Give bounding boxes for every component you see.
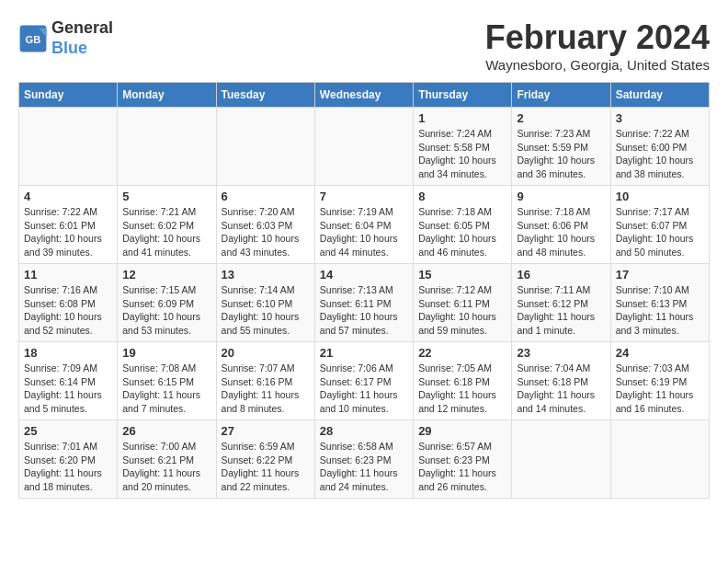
- svg-text:GB: GB: [26, 33, 41, 44]
- calendar-cell: 15Sunrise: 7:12 AMSunset: 6:11 PMDayligh…: [414, 264, 512, 342]
- col-thursday: Thursday: [414, 83, 512, 108]
- calendar-table: Sunday Monday Tuesday Wednesday Thursday…: [18, 82, 710, 499]
- calendar-cell: 16Sunrise: 7:11 AMSunset: 6:12 PMDayligh…: [512, 264, 610, 342]
- day-number: 21: [320, 346, 408, 360]
- day-number: 11: [24, 268, 112, 282]
- day-number: 28: [320, 424, 408, 438]
- calendar-cell: [118, 108, 216, 186]
- page-title: February 2024: [485, 18, 710, 57]
- calendar-cell: 25Sunrise: 7:01 AMSunset: 6:20 PMDayligh…: [19, 420, 118, 499]
- col-saturday: Saturday: [610, 83, 709, 108]
- calendar-cell: 1Sunrise: 7:24 AMSunset: 5:58 PMDaylight…: [414, 108, 512, 186]
- day-info: Sunrise: 7:12 AMSunset: 6:11 PMDaylight:…: [418, 283, 506, 338]
- calendar-cell: 21Sunrise: 7:06 AMSunset: 6:17 PMDayligh…: [314, 342, 413, 420]
- logo-icon: GB: [18, 24, 48, 53]
- day-info: Sunrise: 7:17 AMSunset: 6:07 PMDaylight:…: [616, 205, 704, 259]
- calendar-cell: 11Sunrise: 7:16 AMSunset: 6:08 PMDayligh…: [19, 264, 118, 342]
- calendar-cell: 2Sunrise: 7:23 AMSunset: 5:59 PMDaylight…: [512, 108, 610, 186]
- calendar-cell: 4Sunrise: 7:22 AMSunset: 6:01 PMDaylight…: [19, 186, 118, 264]
- calendar-cell: 19Sunrise: 7:08 AMSunset: 6:15 PMDayligh…: [118, 342, 216, 420]
- calendar-cell: [216, 108, 314, 186]
- calendar-cell: 7Sunrise: 7:19 AMSunset: 6:04 PMDaylight…: [314, 186, 413, 264]
- day-number: 22: [418, 346, 506, 360]
- col-monday: Monday: [118, 83, 216, 108]
- col-sunday: Sunday: [19, 83, 118, 108]
- day-number: 13: [222, 268, 310, 282]
- calendar-cell: 18Sunrise: 7:09 AMSunset: 6:14 PMDayligh…: [19, 342, 118, 420]
- calendar-cell: 17Sunrise: 7:10 AMSunset: 6:13 PMDayligh…: [610, 264, 709, 342]
- calendar-cell: 9Sunrise: 7:18 AMSunset: 6:06 PMDaylight…: [512, 186, 610, 264]
- logo: GB GeneralBlue: [18, 18, 113, 58]
- calendar-cell: [512, 420, 610, 499]
- day-number: 14: [320, 268, 408, 282]
- day-info: Sunrise: 7:03 AMSunset: 6:19 PMDaylight:…: [616, 362, 704, 416]
- day-number: 18: [24, 346, 112, 360]
- day-number: 7: [320, 190, 408, 203]
- day-number: 17: [616, 268, 704, 282]
- title-section: February 2024 Waynesboro, Georgia, Unite…: [485, 18, 710, 73]
- calendar-cell: 8Sunrise: 7:18 AMSunset: 6:05 PMDaylight…: [414, 186, 512, 264]
- day-info: Sunrise: 7:05 AMSunset: 6:18 PMDaylight:…: [418, 362, 506, 416]
- day-number: 10: [616, 190, 704, 203]
- calendar-week-1: 1Sunrise: 7:24 AMSunset: 5:58 PMDaylight…: [19, 108, 710, 186]
- day-info: Sunrise: 7:22 AMSunset: 6:01 PMDaylight:…: [24, 205, 112, 259]
- day-number: 8: [418, 190, 506, 203]
- calendar-cell: 28Sunrise: 6:58 AMSunset: 6:23 PMDayligh…: [314, 420, 413, 499]
- day-number: 24: [616, 346, 704, 360]
- calendar-cell: 23Sunrise: 7:04 AMSunset: 6:18 PMDayligh…: [512, 342, 610, 420]
- day-number: 16: [517, 268, 605, 282]
- calendar-cell: 29Sunrise: 6:57 AMSunset: 6:23 PMDayligh…: [414, 420, 512, 499]
- day-number: 1: [418, 111, 506, 125]
- day-number: 3: [616, 111, 704, 125]
- calendar-cell: 24Sunrise: 7:03 AMSunset: 6:19 PMDayligh…: [610, 342, 709, 420]
- calendar-cell: 26Sunrise: 7:00 AMSunset: 6:21 PMDayligh…: [118, 420, 216, 499]
- day-number: 6: [222, 190, 310, 203]
- calendar-cell: 20Sunrise: 7:07 AMSunset: 6:16 PMDayligh…: [216, 342, 314, 420]
- day-info: Sunrise: 6:57 AMSunset: 6:23 PMDaylight:…: [418, 440, 506, 494]
- day-number: 12: [122, 268, 210, 282]
- day-info: Sunrise: 7:13 AMSunset: 6:11 PMDaylight:…: [320, 283, 408, 338]
- day-number: 27: [222, 424, 310, 438]
- day-number: 29: [418, 424, 506, 438]
- col-friday: Friday: [512, 83, 610, 108]
- day-info: Sunrise: 7:06 AMSunset: 6:17 PMDaylight:…: [320, 362, 408, 416]
- calendar-cell: [314, 108, 413, 186]
- day-info: Sunrise: 7:07 AMSunset: 6:16 PMDaylight:…: [222, 362, 310, 416]
- day-info: Sunrise: 7:23 AMSunset: 5:59 PMDaylight:…: [517, 127, 605, 181]
- day-number: 4: [24, 190, 112, 203]
- calendar-week-2: 4Sunrise: 7:22 AMSunset: 6:01 PMDaylight…: [19, 186, 710, 264]
- header: GB GeneralBlue February 2024 Waynesboro,…: [18, 18, 710, 73]
- day-info: Sunrise: 7:22 AMSunset: 6:00 PMDaylight:…: [616, 127, 704, 181]
- logo-text: GeneralBlue: [51, 18, 113, 58]
- day-number: 19: [122, 346, 210, 360]
- day-info: Sunrise: 7:16 AMSunset: 6:08 PMDaylight:…: [24, 283, 112, 338]
- calendar-cell: 6Sunrise: 7:20 AMSunset: 6:03 PMDaylight…: [216, 186, 314, 264]
- day-info: Sunrise: 7:21 AMSunset: 6:02 PMDaylight:…: [122, 205, 210, 259]
- day-info: Sunrise: 7:20 AMSunset: 6:03 PMDaylight:…: [222, 205, 310, 259]
- calendar-cell: 5Sunrise: 7:21 AMSunset: 6:02 PMDaylight…: [118, 186, 216, 264]
- calendar-week-4: 18Sunrise: 7:09 AMSunset: 6:14 PMDayligh…: [19, 342, 710, 420]
- calendar-cell: 10Sunrise: 7:17 AMSunset: 6:07 PMDayligh…: [610, 186, 709, 264]
- day-info: Sunrise: 7:18 AMSunset: 6:06 PMDaylight:…: [517, 205, 605, 259]
- day-info: Sunrise: 7:00 AMSunset: 6:21 PMDaylight:…: [122, 440, 210, 494]
- day-info: Sunrise: 6:59 AMSunset: 6:22 PMDaylight:…: [222, 440, 310, 494]
- calendar-cell: 3Sunrise: 7:22 AMSunset: 6:00 PMDaylight…: [610, 108, 709, 186]
- calendar-week-3: 11Sunrise: 7:16 AMSunset: 6:08 PMDayligh…: [19, 264, 710, 342]
- day-number: 9: [517, 190, 605, 203]
- calendar-cell: [19, 108, 118, 186]
- logo-blue: Blue: [51, 39, 87, 57]
- day-info: Sunrise: 7:10 AMSunset: 6:13 PMDaylight:…: [616, 283, 704, 338]
- day-info: Sunrise: 7:19 AMSunset: 6:04 PMDaylight:…: [320, 205, 408, 259]
- day-number: 20: [222, 346, 310, 360]
- day-info: Sunrise: 7:04 AMSunset: 6:18 PMDaylight:…: [517, 362, 605, 416]
- day-info: Sunrise: 7:18 AMSunset: 6:05 PMDaylight:…: [418, 205, 506, 259]
- day-number: 25: [24, 424, 112, 438]
- day-number: 2: [517, 111, 605, 125]
- col-wednesday: Wednesday: [314, 83, 413, 108]
- col-tuesday: Tuesday: [216, 83, 314, 108]
- calendar-week-5: 25Sunrise: 7:01 AMSunset: 6:20 PMDayligh…: [19, 420, 710, 499]
- day-number: 26: [122, 424, 210, 438]
- day-number: 23: [517, 346, 605, 360]
- day-info: Sunrise: 7:14 AMSunset: 6:10 PMDaylight:…: [222, 283, 310, 338]
- day-info: Sunrise: 7:01 AMSunset: 6:20 PMDaylight:…: [24, 440, 112, 494]
